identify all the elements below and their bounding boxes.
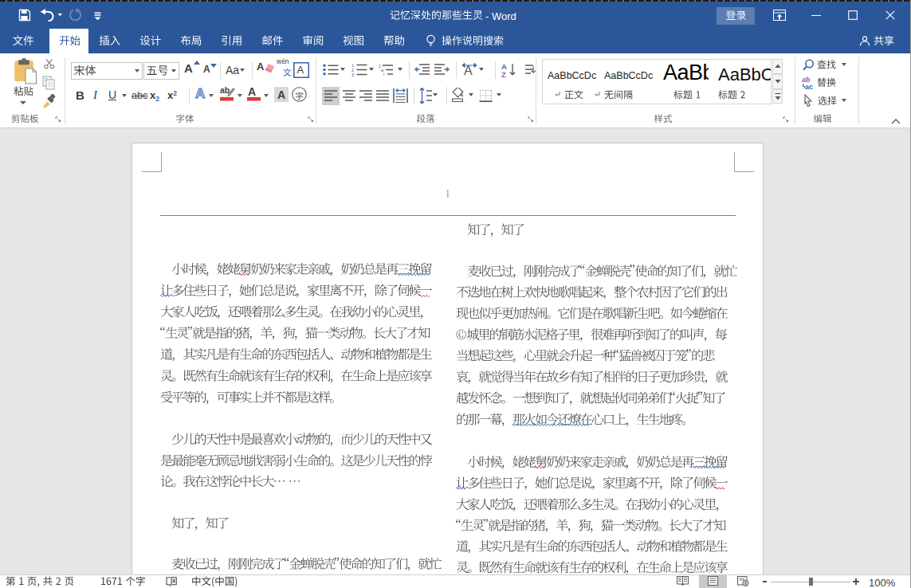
svg-text:A: A [464,64,473,77]
svg-text:A: A [501,62,507,71]
svg-text:ab: ab [220,86,230,95]
svg-text:A: A [248,85,256,98]
svg-text:ac: ac [805,83,813,90]
svg-text:i: i [383,72,384,76]
svg-text:Z: Z [501,70,506,78]
svg-text:3: 3 [351,73,354,76]
